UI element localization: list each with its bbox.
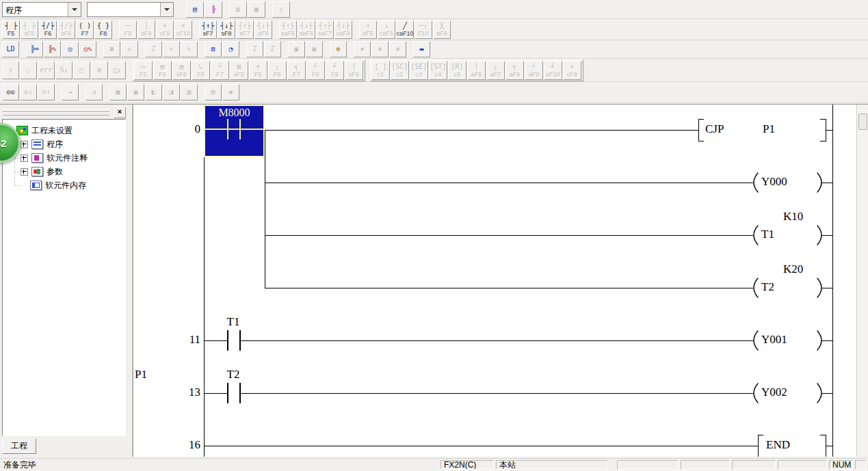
delete-row-button[interactable]: ▨ bbox=[181, 84, 198, 100]
rising-pulse-closed-button[interactable]: ┤↑├saF5 bbox=[279, 21, 297, 39]
rising-pulse-button[interactable]: ┤↑├sF7 bbox=[199, 21, 217, 39]
sfc-comment-box-button[interactable]: [ ]c1 bbox=[371, 61, 390, 80]
rising-pulse-closed-parallel-button[interactable]: ┤↑├saF7 bbox=[316, 21, 334, 39]
insert-column-button[interactable]: ◨ bbox=[163, 84, 180, 100]
falling-pulse-closed-parallel-button[interactable]: ┤↓├saF8 bbox=[334, 21, 352, 39]
entry-data-monitor-button[interactable]: ▦ bbox=[248, 1, 265, 18]
open-contact-parallel-button[interactable]: ┤ ├sF5 bbox=[21, 21, 38, 39]
open-contact-button[interactable]: ┤ ├F5 bbox=[2, 21, 20, 39]
expand-icon[interactable] bbox=[21, 141, 28, 148]
ladder-list-toggle-button[interactable]: LD bbox=[2, 41, 19, 57]
closed-contact-parallel-button[interactable]: ┤/├sF6 bbox=[57, 21, 75, 39]
sfc-block-list-button[interactable]: ◫ bbox=[73, 62, 90, 79]
sfc-transition-button[interactable]: ▤F6 bbox=[153, 61, 172, 80]
replace-button[interactable]: ↺ bbox=[86, 84, 103, 100]
jump-button[interactable]: ⇥ bbox=[62, 84, 79, 100]
sfc-branch-b-button[interactable]: ╕aF8 bbox=[505, 61, 524, 80]
sfc-selection-button[interactable]: ▤sF6 bbox=[172, 61, 191, 80]
invert-down-button[interactable]: ↓caF5 bbox=[378, 21, 395, 39]
sfc-branch-double-button[interactable]: ╕F7 bbox=[287, 61, 306, 80]
sfc-matrix-button[interactable]: ⊞ bbox=[91, 62, 108, 79]
sfc-jump-button[interactable]: ↳F8 bbox=[192, 61, 210, 80]
falling-pulse-button[interactable]: ┤↓├sF8 bbox=[218, 21, 235, 39]
transfer-setup-button[interactable]: ☎ bbox=[103, 41, 120, 57]
panel-grip[interactable] bbox=[3, 112, 109, 116]
vertical-scrollbar[interactable] bbox=[856, 105, 868, 457]
coil-button[interactable]: ( )F7 bbox=[76, 21, 94, 39]
device-use-list-button[interactable]: ▣ bbox=[127, 84, 144, 100]
combo-dropdown-button[interactable] bbox=[160, 3, 173, 16]
sfc-dummy-step-button[interactable]: ⊠sF5 bbox=[230, 61, 248, 80]
parameter-setup-3-button[interactable]: ≢ bbox=[389, 41, 406, 57]
monitor-start-button[interactable]: Z bbox=[246, 41, 263, 57]
sfc-se-step-button[interactable]: [SE]c3 bbox=[410, 61, 428, 80]
sfc-merge-b-button[interactable]: ╛aF10 bbox=[544, 61, 562, 80]
tree-item-device-comment[interactable]: 软元件注释 bbox=[5, 151, 124, 165]
rising-pulse-parallel-button[interactable]: ┤↑├aF7 bbox=[236, 21, 254, 39]
clock-monitor-button[interactable]: ◔ bbox=[222, 41, 239, 57]
transfer-cancel-button[interactable]: ☒ bbox=[121, 41, 138, 57]
application-instruction-button[interactable]: { }F8 bbox=[94, 21, 112, 39]
invert-operation-result-button[interactable]: ╱caF10 bbox=[396, 21, 414, 39]
horizontal-line-button[interactable]: ─F9 bbox=[119, 21, 137, 39]
sfc-merge-a-button[interactable]: ┘aF9 bbox=[525, 61, 543, 80]
invert-up-button[interactable]: ↑aF5 bbox=[359, 21, 377, 39]
sfc-sort-button[interactable]: S↓ bbox=[55, 62, 73, 79]
tab-project[interactable]: 工程 bbox=[2, 438, 36, 454]
delete-vertical-line-button[interactable]: ×cF10 bbox=[174, 21, 192, 39]
drag-hand-button[interactable]: ✱ bbox=[222, 84, 239, 100]
sfc-sc-step-button[interactable]: [SC]c2 bbox=[391, 61, 409, 80]
ladder-editor[interactable]: M8000 0 CJP P1 Y000 K10 T1 K20 T2 11 T1 … bbox=[133, 105, 856, 457]
sfc-end-step-button[interactable]: ┴F7 bbox=[211, 61, 229, 80]
tree-item-device-memory[interactable]: 软元件内存 bbox=[5, 178, 124, 192]
device-select-combo[interactable] bbox=[87, 2, 174, 17]
sfc-vline-button[interactable]: │sF9 bbox=[345, 61, 363, 80]
find-replace-button[interactable]: ◎✎ bbox=[79, 41, 96, 57]
sfc-step-down-button[interactable]: ↧ bbox=[2, 62, 19, 79]
sfc-r-step-button[interactable]: [R]c5 bbox=[448, 61, 466, 80]
sfc-error-check-button[interactable]: err bbox=[38, 62, 55, 79]
panel-splitter[interactable] bbox=[127, 105, 133, 457]
read-mode-button[interactable]: ╠═ bbox=[26, 41, 43, 57]
display-project-data-button[interactable]: ▤ bbox=[186, 1, 204, 18]
sfc-step-button[interactable]: ▭F5 bbox=[134, 61, 153, 80]
sfc-delete-line-button[interactable]: ×cF9 bbox=[563, 61, 581, 80]
ladder-monitor-window-button[interactable]: ▬ bbox=[413, 41, 430, 57]
window-tile-button[interactable]: ▣ bbox=[306, 41, 323, 57]
closed-contact-button[interactable]: ┤/├F6 bbox=[39, 21, 57, 39]
device-batch-monitor-button[interactable]: ⊞ bbox=[205, 41, 222, 57]
sfc-branch-a-button[interactable]: ┐aF7 bbox=[486, 61, 505, 80]
sfc-vline-a-button[interactable]: │aF5 bbox=[467, 61, 486, 80]
sfc-merge-right-button[interactable]: ┘F8 bbox=[306, 61, 325, 80]
vertical-line-button[interactable]: │sF9 bbox=[137, 21, 155, 39]
delete-line-button[interactable]: ╳aF9 bbox=[433, 21, 451, 39]
sfc-merge-double-button[interactable]: ╛F9 bbox=[326, 61, 344, 80]
cross-reference-button[interactable]: ▩ bbox=[109, 84, 127, 100]
combo-dropdown-button[interactable] bbox=[68, 3, 81, 16]
sfc-block-copy-button[interactable]: ❏ bbox=[20, 62, 37, 79]
convert-block-button[interactable]: Z bbox=[145, 41, 162, 57]
write-mode-button[interactable]: ╠✎ bbox=[44, 41, 61, 57]
sfc-tree-down-button[interactable]: ◫↓ bbox=[109, 62, 126, 79]
find-device-button[interactable]: ◎ bbox=[62, 41, 79, 57]
close-icon[interactable]: × bbox=[114, 107, 126, 118]
edit-statement-button[interactable]: ✎ bbox=[181, 41, 198, 57]
ladder-monitor-button[interactable]: ▥ bbox=[229, 1, 247, 18]
sfc-st-step-button[interactable]: [ST]c4 bbox=[429, 61, 447, 80]
project-data-list-button[interactable]: ╠ bbox=[205, 1, 222, 18]
remote-operation-button[interactable]: ⊕ bbox=[330, 41, 347, 57]
parameter-setup-1-button[interactable]: ≢ bbox=[354, 41, 371, 57]
find-button[interactable]: ⊙⊙ bbox=[2, 84, 19, 100]
find-previous-button[interactable]: ⊙↑ bbox=[38, 84, 55, 100]
scrollbar-thumb[interactable] bbox=[858, 113, 867, 130]
horizontal-line-input-button[interactable]: ─┐F10 bbox=[415, 21, 432, 39]
program-select-combo[interactable]: 程序 bbox=[2, 2, 81, 17]
edit-comment-button[interactable]: ✎ bbox=[163, 41, 180, 57]
falling-pulse-closed-button[interactable]: ┤↓├saF6 bbox=[298, 21, 315, 39]
monitor-stop-button[interactable]: Z bbox=[264, 41, 281, 57]
selected-cell[interactable]: M8000 bbox=[204, 105, 265, 157]
print-button[interactable]: ▤ bbox=[205, 84, 222, 100]
window-cascade-button[interactable]: ▣ bbox=[288, 41, 305, 57]
falling-pulse-parallel-button[interactable]: ┤↓├aF8 bbox=[254, 21, 272, 39]
expand-icon[interactable] bbox=[21, 168, 28, 176]
